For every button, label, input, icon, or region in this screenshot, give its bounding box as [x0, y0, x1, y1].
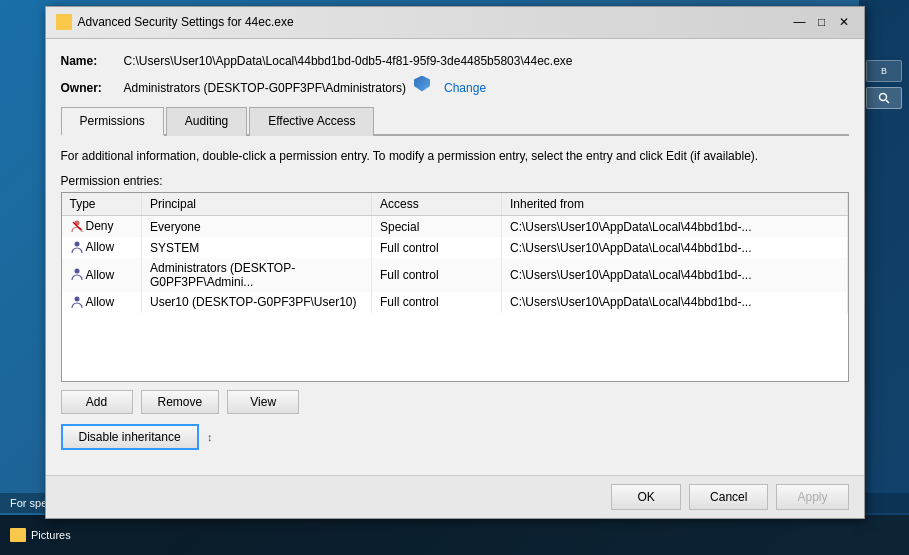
owner-value: Administrators (DESKTOP-G0PF3PF\Administ…: [124, 81, 407, 95]
taskbar: Pictures: [0, 515, 909, 555]
cell-principal: User10 (DESKTOP-G0PF3PF\User10): [142, 292, 372, 313]
tab-content: For additional information, double-click…: [61, 136, 849, 461]
cell-access: Full control: [372, 237, 502, 258]
remove-button[interactable]: Remove: [141, 390, 220, 414]
cell-access: Full control: [372, 292, 502, 313]
svg-point-4: [74, 242, 79, 247]
tab-auditing[interactable]: Auditing: [166, 107, 247, 136]
apply-button[interactable]: Apply: [776, 484, 848, 510]
table-row[interactable]: Allow Administrators (DESKTOP-G0PF3PF\Ad…: [62, 258, 848, 292]
col-header-principal: Principal: [142, 193, 372, 216]
row-icon: [70, 240, 84, 254]
cell-principal: Everyone: [142, 216, 372, 237]
side-search-button[interactable]: [866, 87, 902, 109]
name-row: Name: C:\Users\User10\AppData\Local\44bb…: [61, 54, 849, 68]
title-bar-left: Advanced Security Settings for 44ec.exe: [56, 14, 294, 30]
side-panel-button-1[interactable]: B: [866, 60, 902, 82]
tab-effective-access[interactable]: Effective Access: [249, 107, 374, 136]
tabs-container: Permissions Auditing Effective Access: [61, 105, 849, 136]
cell-inherited: C:\Users\User10\AppData\Local\44bbd1bd-.…: [502, 216, 848, 237]
minimize-button[interactable]: —: [790, 12, 810, 32]
cell-access: Special: [372, 216, 502, 237]
permission-table-body: Deny Everyone Special C:\Users\User10\Ap…: [62, 216, 848, 313]
taskbar-item-label: Pictures: [31, 529, 71, 541]
tab-permissions[interactable]: Permissions: [61, 107, 164, 136]
permission-table-container[interactable]: Type Principal Access Inherited from Den…: [61, 192, 849, 382]
window-icon: [56, 14, 72, 30]
maximize-button[interactable]: □: [812, 12, 832, 32]
col-header-type: Type: [62, 193, 142, 216]
svg-point-5: [74, 269, 79, 274]
add-button[interactable]: Add: [61, 390, 133, 414]
name-value: C:\Users\User10\AppData\Local\44bbd1bd-0…: [124, 54, 573, 68]
row-icon: [70, 219, 84, 233]
cell-type: Allow: [62, 258, 142, 292]
info-text: For additional information, double-click…: [61, 148, 849, 165]
ok-button[interactable]: OK: [611, 484, 681, 510]
table-row[interactable]: Allow SYSTEM Full control C:\Users\User1…: [62, 237, 848, 258]
cell-type: Allow: [62, 237, 142, 258]
cell-inherited: C:\Users\User10\AppData\Local\44bbd1bd-.…: [502, 292, 848, 313]
shield-icon: [414, 76, 430, 92]
row-icon: [70, 267, 84, 281]
cursor-hint: ↕: [207, 431, 213, 443]
cell-type: Allow: [62, 292, 142, 313]
cell-type: Deny: [62, 216, 142, 237]
cancel-button[interactable]: Cancel: [689, 484, 768, 510]
name-label: Name:: [61, 54, 116, 68]
owner-label: Owner:: [61, 81, 116, 95]
col-header-inherited: Inherited from: [502, 193, 848, 216]
section-label: Permission entries:: [61, 174, 849, 188]
folder-icon: [10, 528, 26, 542]
cell-principal: Administrators (DESKTOP-G0PF3PF\Admini..…: [142, 258, 372, 292]
action-buttons-row: Add Remove View: [61, 390, 849, 414]
disable-inheritance-button[interactable]: Disable inheritance: [61, 424, 199, 450]
svg-point-0: [880, 94, 887, 101]
svg-line-1: [886, 100, 889, 103]
table-row[interactable]: Deny Everyone Special C:\Users\User10\Ap…: [62, 216, 848, 237]
window-title: Advanced Security Settings for 44ec.exe: [78, 15, 294, 29]
taskbar-item-pictures[interactable]: Pictures: [0, 515, 81, 555]
cell-inherited: C:\Users\User10\AppData\Local\44bbd1bd-.…: [502, 237, 848, 258]
disable-inheritance-row: Disable inheritance ↕: [61, 424, 849, 450]
table-header-row: Type Principal Access Inherited from: [62, 193, 848, 216]
dialog-window: Advanced Security Settings for 44ec.exe …: [45, 6, 865, 520]
title-bar: Advanced Security Settings for 44ec.exe …: [46, 7, 864, 39]
cell-inherited: C:\Users\User10\AppData\Local\44bbd1bd-.…: [502, 258, 848, 292]
dialog-footer: OK Cancel Apply: [46, 475, 864, 518]
cell-access: Full control: [372, 258, 502, 292]
side-panel: B: [859, 0, 909, 515]
owner-row: Owner: Administrators (DESKTOP-G0PF3PF\A…: [61, 76, 849, 95]
cell-principal: SYSTEM: [142, 237, 372, 258]
window-controls: — □ ✕: [790, 12, 854, 32]
view-button[interactable]: View: [227, 390, 299, 414]
close-button[interactable]: ✕: [834, 12, 854, 32]
row-icon: [70, 295, 84, 309]
change-link[interactable]: Change: [444, 81, 486, 95]
permission-table: Type Principal Access Inherited from Den…: [62, 193, 848, 312]
dialog-content: Name: C:\Users\User10\AppData\Local\44bb…: [46, 39, 864, 476]
svg-point-6: [74, 296, 79, 301]
col-header-access: Access: [372, 193, 502, 216]
table-row[interactable]: Allow User10 (DESKTOP-G0PF3PF\User10) Fu…: [62, 292, 848, 313]
